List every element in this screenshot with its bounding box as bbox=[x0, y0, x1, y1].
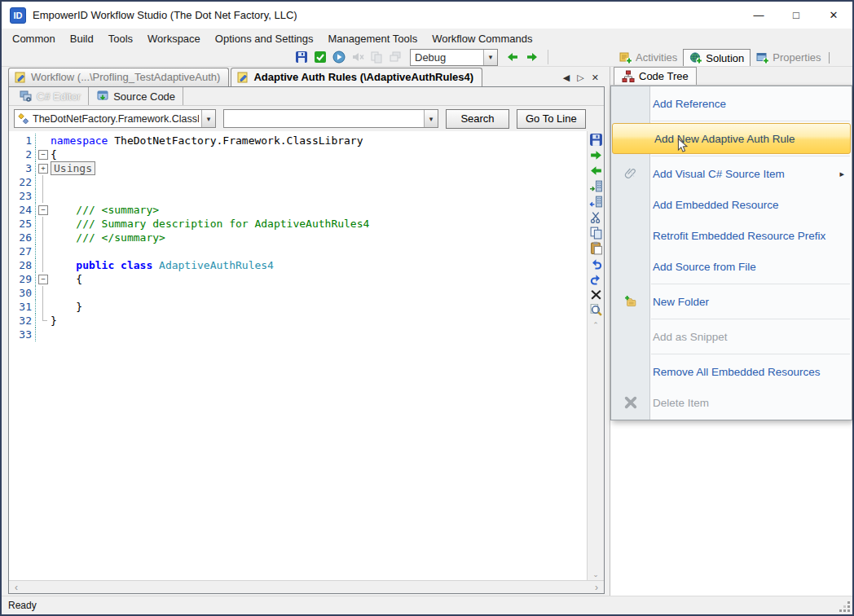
tab-activities[interactable]: Activities bbox=[614, 49, 683, 66]
code-segment bbox=[51, 218, 76, 230]
forward-button[interactable] bbox=[589, 148, 603, 162]
context-menu-item-remove-all-embedded-resources[interactable]: Remove All Embedded Resources bbox=[611, 356, 852, 387]
cut-button[interactable] bbox=[589, 210, 603, 224]
vertical-scroll-track[interactable] bbox=[588, 331, 604, 569]
context-menu-item-add-source-from-file[interactable]: Add Source from File bbox=[611, 251, 852, 282]
fold-marker[interactable] bbox=[35, 314, 49, 328]
fold-marker bbox=[35, 134, 49, 147]
fold-marker[interactable] bbox=[35, 161, 49, 175]
fold-marker[interactable] bbox=[35, 147, 49, 161]
code-segment bbox=[51, 259, 76, 271]
fold-marker[interactable] bbox=[35, 231, 49, 244]
fold-marker[interactable] bbox=[35, 175, 49, 189]
code-text: namespace TheDotNetFactory.Framework.Cla… bbox=[51, 134, 363, 147]
scroll-right-icon[interactable] bbox=[589, 582, 604, 593]
code-line: 22 bbox=[9, 175, 587, 189]
main-content: Workflow (...\Profling_TestAdaptiveAuth)… bbox=[2, 67, 852, 596]
code-line: 2{ bbox=[9, 147, 587, 161]
dropdown-arrow-icon[interactable] bbox=[201, 110, 215, 127]
fold-marker[interactable] bbox=[35, 258, 49, 272]
fold-marker[interactable] bbox=[35, 272, 49, 286]
scroll-left-icon[interactable] bbox=[9, 582, 24, 593]
code-line: 25 /// Summary description for AdaptiveA… bbox=[9, 217, 587, 231]
tab-source-code[interactable]: Source Code bbox=[89, 87, 183, 105]
return-definition-button[interactable] bbox=[589, 195, 603, 209]
menu-management-tools[interactable]: Management Tools bbox=[321, 30, 425, 47]
code-editor-wrap: 1namespace TheDotNetFactory.Framework.Cl… bbox=[9, 131, 604, 580]
back-button[interactable] bbox=[589, 164, 603, 178]
delete-button[interactable] bbox=[589, 288, 603, 301]
context-menu-item-add-visual-csharp-source-item[interactable]: Add Visual C# Source Item▸ bbox=[611, 158, 852, 189]
context-menu-item-new-folder[interactable]: New Folder bbox=[611, 286, 852, 317]
dropdown-arrow-icon[interactable] bbox=[483, 50, 497, 65]
submenu-arrow-icon: ▸ bbox=[839, 169, 852, 179]
tab-csharp-editor[interactable]: C# Editor bbox=[12, 87, 89, 105]
search-input[interactable] bbox=[224, 110, 424, 127]
document-tab-adaptive-auth-rules[interactable]: Adaptive Auth Rules (\AdaptiveAuthRules4… bbox=[231, 68, 482, 86]
dropdown-arrow-icon[interactable] bbox=[424, 110, 438, 127]
paperclip-icon bbox=[624, 167, 637, 180]
tab-code-tree[interactable]: Code Tree bbox=[614, 67, 697, 85]
close-button[interactable]: ✕ bbox=[815, 2, 852, 29]
search-combobox[interactable] bbox=[223, 109, 438, 128]
document-tab-workflow[interactable]: Workflow (...\Profling_TestAdaptiveAuth) bbox=[8, 68, 229, 86]
configuration-value: Debug bbox=[415, 51, 483, 64]
scroll-up-icon[interactable] bbox=[588, 319, 604, 331]
scroll-down-icon[interactable] bbox=[588, 569, 604, 580]
build-check-button[interactable] bbox=[312, 49, 328, 65]
context-menu-label: Remove All Embedded Resources bbox=[650, 366, 821, 378]
fold-marker[interactable] bbox=[35, 244, 49, 258]
context-menu-item-add-new-adaptive-auth-rule[interactable]: Add New Adaptive Auth Rule bbox=[612, 123, 851, 154]
close-tab-icon[interactable]: ✕ bbox=[592, 73, 599, 83]
tab-properties[interactable]: Properties bbox=[751, 49, 826, 66]
undo-button[interactable] bbox=[589, 257, 603, 271]
scroll-tabs-left-icon[interactable]: ◀ bbox=[563, 73, 570, 83]
resize-grip[interactable] bbox=[847, 609, 850, 612]
back-icon bbox=[506, 51, 519, 64]
menu-build[interactable]: Build bbox=[63, 30, 101, 47]
fold-marker[interactable] bbox=[35, 286, 49, 300]
vertical-scrollbar[interactable] bbox=[588, 319, 604, 580]
scroll-tabs-right-icon[interactable]: ▷ bbox=[577, 73, 583, 83]
back-button[interactable] bbox=[504, 49, 521, 65]
fold-marker[interactable] bbox=[35, 189, 49, 203]
menu-tools[interactable]: Tools bbox=[101, 30, 140, 47]
tab-solution[interactable]: Solution bbox=[683, 49, 751, 66]
menu-options-and-settings[interactable]: Options and Settings bbox=[208, 30, 321, 47]
maximize-button[interactable]: □ bbox=[777, 2, 815, 29]
namespace-combobox[interactable]: TheDotNetFactory.Framework.ClassLibr bbox=[14, 109, 216, 128]
minimize-button[interactable]: — bbox=[740, 2, 777, 29]
fold-marker[interactable] bbox=[35, 300, 49, 314]
copy-button[interactable] bbox=[589, 226, 603, 240]
solution-icon bbox=[689, 51, 702, 64]
save-button[interactable] bbox=[293, 49, 310, 65]
context-menu-item-add-reference[interactable]: Add Reference bbox=[611, 88, 852, 119]
line-number: 22 bbox=[9, 175, 35, 189]
menu-common[interactable]: Common bbox=[5, 30, 63, 47]
horizontal-scrollbar[interactable] bbox=[9, 580, 604, 593]
tab-label-csharp-editor: C# Editor bbox=[37, 90, 81, 103]
configuration-combobox[interactable]: Debug bbox=[410, 49, 498, 66]
goto-line-button[interactable]: Go To Line bbox=[517, 109, 586, 129]
context-menu-label: Add Source from File bbox=[650, 261, 756, 273]
save-button[interactable] bbox=[589, 133, 603, 147]
find-button[interactable] bbox=[589, 303, 603, 317]
code-editor[interactable]: 1namespace TheDotNetFactory.Framework.Cl… bbox=[9, 131, 587, 580]
context-menu-item-add-as-snippet: Add as Snippet bbox=[611, 321, 852, 352]
document-area: Workflow (...\Profling_TestAdaptiveAuth)… bbox=[2, 67, 607, 596]
context-menu: Add ReferenceAdd New Adaptive Auth RuleA… bbox=[610, 86, 852, 420]
forward-button[interactable] bbox=[524, 49, 540, 65]
properties-icon bbox=[756, 51, 769, 64]
paste-button[interactable] bbox=[589, 241, 603, 255]
context-menu-item-retrofit-embedded-resource-prefix[interactable]: Retrofit Embedded Resource Prefix bbox=[611, 220, 852, 251]
code-segment: /// Summary description for AdaptiveAuth… bbox=[76, 218, 369, 230]
search-button[interactable]: Search bbox=[446, 109, 509, 129]
fold-marker[interactable] bbox=[35, 203, 49, 217]
context-menu-item-add-embedded-resource[interactable]: Add Embedded Resource bbox=[611, 189, 852, 220]
redo-button[interactable] bbox=[589, 272, 603, 286]
goto-definition-button[interactable] bbox=[589, 179, 603, 193]
menu-workspace[interactable]: Workspace bbox=[140, 30, 208, 47]
fold-marker[interactable] bbox=[35, 217, 49, 231]
run-button[interactable] bbox=[331, 49, 347, 65]
menu-workflow-commands[interactable]: Workflow Commands bbox=[425, 30, 539, 47]
